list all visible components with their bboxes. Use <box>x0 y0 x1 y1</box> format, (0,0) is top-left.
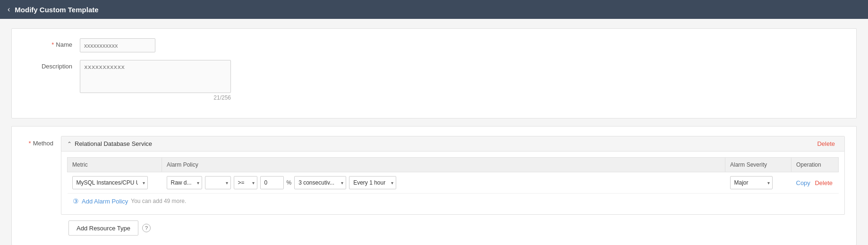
method-content: ⌃ Relational Database Service Delete Met… <box>61 136 845 215</box>
description-textarea[interactable] <box>80 60 231 93</box>
page-header: ‹ Modify Custom Template <box>0 0 868 19</box>
resource-delete-link[interactable]: Delete <box>817 140 839 147</box>
method-required-star: * <box>29 140 31 147</box>
raw-select-wrapper: Raw d... ▾ <box>167 176 202 189</box>
method-row: *Method ⌃ Relational Database Service De… <box>23 136 845 215</box>
metric-select[interactable]: MySQL Instances/CPU Usage <box>72 176 148 189</box>
description-wrapper: 21/256 <box>80 60 231 101</box>
name-required-star: * <box>51 41 54 48</box>
add-resource-type-button[interactable]: Add Resource Type <box>68 220 138 236</box>
operator-select-wrapper: >= <= > < = ▾ <box>234 176 257 189</box>
operation-cell: Copy Delete <box>791 172 839 194</box>
char-count: 21/256 <box>80 94 231 101</box>
severity-select-wrapper: Major Minor Critical Informational ▾ <box>730 176 773 189</box>
interval-select-wrapper: Every 1 hour ▾ <box>349 176 396 189</box>
help-icon[interactable]: ? <box>142 224 151 232</box>
table-row: MySQL Instances/CPU Usage ▾ <box>68 172 839 194</box>
alarm-table: Metric Alarm Policy Alarm Severity Opera… <box>67 157 839 194</box>
consecutive-select[interactable]: 3 consecutiv... <box>294 176 346 189</box>
name-description-card: *Name Description 21/256 <box>11 28 857 118</box>
row-delete-link[interactable]: Delete <box>815 179 833 186</box>
severity-select[interactable]: Major Minor Critical Informational <box>730 176 773 189</box>
policy-unit: % <box>287 179 292 186</box>
blank-select[interactable] <box>205 176 231 189</box>
policy-value-input[interactable] <box>260 176 284 189</box>
col-operation: Operation <box>791 158 839 172</box>
page-content: *Name Description 21/256 *Method <box>0 19 868 245</box>
alarm-policy-row: Raw d... ▾ ▾ <box>167 176 721 189</box>
page-title: Modify Custom Template <box>15 6 98 14</box>
operator-select[interactable]: >= <= > < = <box>234 176 257 189</box>
description-row: Description 21/256 <box>23 60 845 101</box>
col-alarm-severity: Alarm Severity <box>725 158 791 172</box>
description-label: Description <box>23 60 80 70</box>
alarm-severity-cell: Major Minor Critical Informational ▾ <box>725 172 791 194</box>
collapse-icon[interactable]: ⌃ <box>67 141 72 147</box>
resource-header: ⌃ Relational Database Service Delete <box>61 136 844 152</box>
method-label: *Method <box>23 136 61 147</box>
table-header-row: Metric Alarm Policy Alarm Severity Opera… <box>68 158 839 172</box>
add-policy-icon: ③ <box>73 197 79 205</box>
name-input[interactable] <box>80 38 155 52</box>
add-alarm-policy-row: ③ Add Alarm Policy You can add 49 more. <box>67 194 839 209</box>
resource-title: Relational Database Service <box>75 140 152 147</box>
add-alarm-policy-link[interactable]: Add Alarm Policy <box>82 198 128 205</box>
method-card: *Method ⌃ Relational Database Service De… <box>11 126 857 245</box>
add-policy-hint: You can add 49 more. <box>131 198 186 204</box>
metric-select-wrapper: MySQL Instances/CPU Usage ▾ <box>72 176 148 189</box>
resource-header-left: ⌃ Relational Database Service <box>67 140 152 147</box>
col-alarm-policy: Alarm Policy <box>162 158 725 172</box>
raw-select[interactable]: Raw d... <box>167 176 202 189</box>
interval-select[interactable]: Every 1 hour <box>349 176 396 189</box>
name-label: *Name <box>23 38 80 48</box>
metric-cell: MySQL Instances/CPU Usage ▾ <box>68 172 162 194</box>
add-resource-row: Add Resource Type ? <box>68 220 845 236</box>
consecutive-select-wrapper: 3 consecutiv... ▾ <box>294 176 346 189</box>
blank-select-wrapper: ▾ <box>205 176 231 189</box>
copy-link[interactable]: Copy <box>796 179 810 186</box>
col-metric: Metric <box>68 158 162 172</box>
back-icon[interactable]: ‹ <box>8 5 10 14</box>
alarm-table-container: Metric Alarm Policy Alarm Severity Opera… <box>61 152 844 214</box>
alarm-policy-cell: Raw d... ▾ ▾ <box>162 172 725 194</box>
name-row: *Name <box>23 38 845 52</box>
